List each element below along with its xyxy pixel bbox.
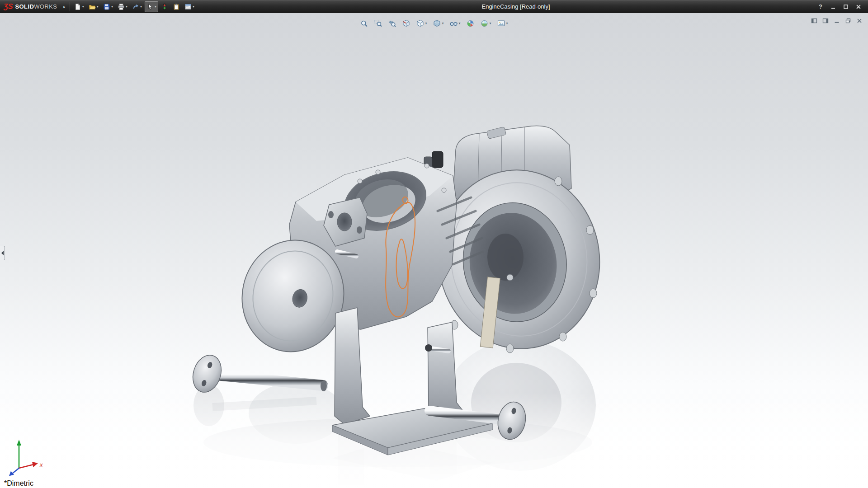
file-properties-button[interactable] — [171, 1, 182, 12]
apply-scene-icon — [481, 19, 489, 28]
dropdown-caret-icon[interactable]: ▾ — [425, 22, 427, 25]
view-settings-icon — [497, 19, 505, 28]
dropdown-caret-icon[interactable]: ▾ — [82, 5, 84, 9]
brand-name: SOLIDWORKS — [15, 3, 57, 10]
zoom-to-fit-icon — [360, 19, 368, 28]
dropdown-caret-icon[interactable]: ▾ — [97, 5, 99, 9]
pane-left-button[interactable] — [810, 17, 818, 25]
toolbar-separator — [70, 2, 70, 11]
edit-appearance-ball-icon — [467, 19, 475, 28]
display-style-button[interactable]: ▾ — [430, 18, 446, 29]
menu-expand-arrow[interactable]: ▸ — [61, 5, 67, 9]
hide-show-glasses-icon — [449, 19, 458, 28]
save-floppy-icon — [103, 3, 110, 10]
section-view-button[interactable] — [400, 18, 412, 29]
dropdown-caret-icon[interactable]: ▾ — [193, 5, 194, 9]
file-properties-clipboard-icon — [173, 3, 180, 10]
rebuild-trafficlight-icon — [161, 3, 168, 10]
doc-restore-button[interactable] — [844, 17, 852, 25]
view-orientation-cube-icon — [416, 19, 424, 28]
new-document-icon — [74, 3, 81, 10]
doc-minimize-button[interactable] — [833, 17, 841, 25]
dropdown-caret-icon[interactable]: ▾ — [490, 22, 491, 25]
print-button[interactable]: ▾ — [116, 1, 129, 12]
doc-close-button[interactable] — [855, 17, 863, 25]
dropdown-caret-icon[interactable]: ▾ — [111, 5, 113, 9]
open-button[interactable]: ▾ — [87, 1, 100, 12]
zoom-to-area-icon — [374, 19, 382, 28]
pane-left-icon — [811, 18, 817, 24]
brand-name-bold: SOLID — [15, 3, 34, 10]
graphics-area[interactable]: ▾ ▾ ▾ — [0, 13, 868, 488]
undo-button[interactable]: ▾ — [130, 1, 144, 12]
chevron-left-icon — [1, 250, 4, 256]
dropdown-caret-icon[interactable]: ▾ — [155, 5, 156, 9]
print-icon — [118, 3, 125, 10]
quick-access-toolbar: ▾ ▾ ▾ ▾ — [72, 1, 196, 12]
engine-casing-3d-model — [0, 13, 868, 488]
heads-up-view-toolbar: ▾ ▾ ▾ — [358, 18, 510, 29]
close-icon — [856, 4, 861, 9]
view-orientation-label: *Dimetric — [4, 479, 33, 488]
view-orientation-button[interactable]: ▾ — [414, 18, 429, 29]
undo-arrow-icon — [132, 3, 139, 10]
options-sheet-icon — [184, 3, 192, 10]
doc-minimize-icon — [834, 18, 840, 24]
brand-name-light: WORKS — [34, 3, 57, 10]
select-cursor-icon — [146, 3, 154, 10]
featuremanager-flyout-arrow[interactable] — [0, 246, 5, 260]
new-document-button[interactable]: ▾ — [72, 1, 86, 12]
open-folder-icon — [89, 3, 96, 10]
minimize-button[interactable] — [828, 2, 838, 11]
view-settings-button[interactable]: ▾ — [495, 18, 510, 29]
dropdown-caret-icon[interactable]: ▾ — [140, 5, 142, 9]
dropdown-caret-icon[interactable]: ▾ — [126, 5, 127, 9]
dropdown-caret-icon[interactable]: ▾ — [506, 22, 508, 25]
edit-appearance-button[interactable] — [464, 18, 477, 29]
dassault-3ds-logo-icon: ƷS — [4, 3, 13, 10]
previous-view-icon — [388, 19, 396, 28]
dropdown-caret-icon[interactable]: ▾ — [458, 22, 460, 25]
maximize-button[interactable] — [841, 2, 851, 11]
reference-triad: x — [5, 436, 47, 477]
help-button[interactable]: ? — [816, 2, 826, 11]
display-style-icon — [433, 19, 441, 28]
zoom-to-area-button[interactable] — [372, 18, 384, 29]
rebuild-button[interactable] — [159, 1, 170, 12]
hide-show-items-button[interactable]: ▾ — [447, 18, 462, 29]
window-controls: ? — [816, 2, 868, 11]
titlebar: ƷS SOLIDWORKS ▸ ▾ ▾ ▾ — [0, 0, 868, 13]
close-button[interactable] — [854, 2, 863, 11]
section-view-icon — [402, 19, 410, 28]
document-title: EngineCasing [Read-only] — [481, 3, 550, 10]
triad-x-label: x — [39, 461, 43, 468]
select-button[interactable]: ▾ — [145, 1, 158, 12]
document-window-controls — [810, 17, 863, 25]
dropdown-caret-icon[interactable]: ▾ — [442, 22, 443, 25]
previous-view-button[interactable] — [386, 18, 398, 29]
apply-scene-button[interactable]: ▾ — [478, 18, 494, 29]
doc-close-icon — [856, 18, 863, 24]
options-button[interactable]: ▾ — [183, 1, 196, 12]
zoom-to-fit-button[interactable] — [358, 18, 370, 29]
maximize-icon — [843, 4, 849, 9]
doc-restore-icon — [845, 18, 851, 24]
save-button[interactable]: ▾ — [101, 1, 115, 12]
pane-right-icon — [822, 18, 829, 24]
solidworks-logo: ƷS SOLIDWORKS — [0, 3, 61, 10]
pane-right-button[interactable] — [821, 17, 830, 25]
minimize-icon — [830, 4, 836, 9]
